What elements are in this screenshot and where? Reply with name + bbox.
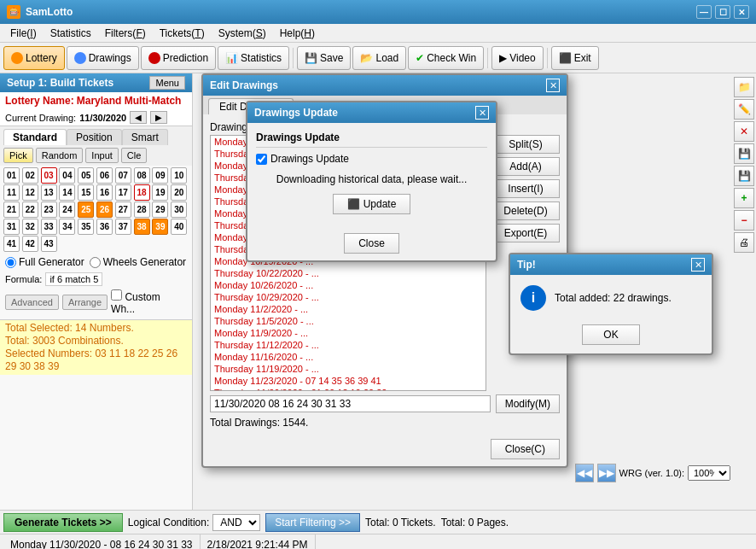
- close-c-button[interactable]: Close(C): [491, 439, 560, 459]
- number-btn-11[interactable]: 11: [3, 184, 20, 201]
- number-btn-41[interactable]: 41: [3, 236, 20, 252]
- drawing-item[interactable]: Monday 10/26/2020 - ...: [211, 279, 486, 291]
- minus-icon-button[interactable]: −: [734, 210, 754, 231]
- modify-button[interactable]: Modify(M): [496, 394, 560, 413]
- add-drawing-button[interactable]: Add(A): [491, 157, 560, 176]
- menu-system[interactable]: System(S): [212, 26, 273, 41]
- arrange-button[interactable]: Arrange: [62, 295, 108, 310]
- update-close-button[interactable]: Close: [344, 233, 399, 254]
- delete-icon-button[interactable]: ✕: [734, 121, 754, 142]
- random-button[interactable]: Random: [36, 148, 84, 163]
- ok-button[interactable]: OK: [582, 324, 639, 345]
- number-btn-30[interactable]: 30: [171, 201, 187, 218]
- tab-standard[interactable]: Standard: [3, 129, 67, 145]
- load-button[interactable]: 📂 Load: [352, 46, 406, 70]
- number-btn-19[interactable]: 19: [152, 184, 168, 201]
- drawing-item[interactable]: Thursday 10/29/2020 - ...: [211, 291, 486, 303]
- drawing-item[interactable]: Monday 11/23/2020 - 07 14 35 36 39 41: [211, 375, 486, 387]
- dialog-update-close-button[interactable]: ✕: [475, 106, 489, 120]
- number-btn-26[interactable]: 26: [96, 201, 113, 218]
- drawing-item[interactable]: Monday 11/16/2020 - ...: [211, 351, 486, 363]
- tip-close-button[interactable]: ✕: [691, 258, 705, 272]
- update-button[interactable]: ⬛ Update: [333, 194, 411, 214]
- pick-button[interactable]: Pick: [3, 148, 33, 163]
- exit-button[interactable]: ⬛ Exit: [551, 46, 599, 70]
- setup-menu-button[interactable]: Menu: [149, 76, 185, 90]
- maximize-button[interactable]: ☐: [715, 5, 730, 19]
- advanced-button[interactable]: Advanced: [5, 295, 59, 310]
- number-btn-09[interactable]: 09: [152, 167, 168, 184]
- number-btn-14[interactable]: 14: [59, 184, 75, 201]
- number-btn-10[interactable]: 10: [171, 167, 187, 184]
- export-drawing-button[interactable]: Export(E): [491, 224, 560, 242]
- number-btn-43[interactable]: 43: [41, 236, 57, 252]
- tab-position[interactable]: Position: [67, 129, 122, 145]
- wheels-generator-radio-label[interactable]: Wheels Generator: [90, 256, 186, 268]
- menu-statistics[interactable]: Statistics: [44, 26, 98, 41]
- close-window-button[interactable]: ✕: [734, 5, 749, 19]
- number-btn-20[interactable]: 20: [171, 184, 187, 201]
- folder-icon-button[interactable]: 📁: [734, 77, 754, 97]
- number-btn-03[interactable]: 03: [41, 167, 57, 184]
- number-btn-07[interactable]: 07: [115, 167, 131, 184]
- save2-icon-button[interactable]: 💾: [734, 166, 754, 186]
- clear-button[interactable]: Cle: [121, 148, 148, 163]
- zoom-select[interactable]: 100% 75% 150%: [688, 465, 730, 481]
- start-filtering-button[interactable]: Start Filtering >>: [265, 513, 360, 532]
- drawing-next-button[interactable]: ▶: [150, 111, 167, 124]
- menu-tickets[interactable]: Tickets(T): [153, 26, 212, 41]
- insert-drawing-button[interactable]: Insert(I): [491, 179, 560, 198]
- number-btn-24[interactable]: 24: [59, 201, 75, 218]
- number-btn-28[interactable]: 28: [134, 201, 150, 218]
- delete-drawing-button[interactable]: Delete(D): [491, 201, 560, 220]
- add-icon-button[interactable]: +: [734, 188, 754, 208]
- number-btn-17[interactable]: 17: [115, 184, 131, 201]
- number-btn-37[interactable]: 37: [115, 219, 131, 235]
- checkwin-button[interactable]: ✔ Check Win: [408, 46, 484, 70]
- save-icon-button[interactable]: 💾: [734, 143, 754, 164]
- logical-condition-select[interactable]: AND OR: [212, 514, 260, 531]
- drawing-item[interactable]: Thursday 11/12/2020 - ...: [211, 339, 486, 351]
- number-btn-08[interactable]: 08: [134, 167, 150, 184]
- number-btn-18[interactable]: 18: [134, 184, 150, 201]
- drawing-item[interactable]: Thursday 11/19/2020 - ...: [211, 363, 486, 375]
- tab-smart[interactable]: Smart: [122, 129, 168, 145]
- nav-prev-button[interactable]: ◀◀: [575, 464, 594, 482]
- number-btn-21[interactable]: 21: [3, 201, 20, 218]
- menu-filters[interactable]: Filters(F): [98, 26, 153, 41]
- save-button[interactable]: 💾 Save: [297, 46, 351, 70]
- drawing-item[interactable]: Monday 11/9/2020 - ...: [211, 327, 486, 339]
- number-btn-35[interactable]: 35: [78, 219, 94, 235]
- number-btn-36[interactable]: 36: [96, 219, 113, 235]
- full-generator-radio[interactable]: [5, 257, 16, 268]
- number-btn-33[interactable]: 33: [41, 219, 57, 235]
- number-btn-27[interactable]: 27: [115, 201, 131, 218]
- video-button[interactable]: ▶ Video: [491, 46, 543, 70]
- drawings-button[interactable]: Drawings: [67, 46, 139, 70]
- number-btn-32[interactable]: 32: [22, 219, 38, 235]
- number-btn-13[interactable]: 13: [41, 184, 57, 201]
- edit-icon-button[interactable]: ✏️: [734, 99, 754, 120]
- number-btn-04[interactable]: 04: [59, 167, 75, 184]
- custom-wh-checkbox[interactable]: [111, 289, 122, 301]
- wheels-generator-radio[interactable]: [90, 257, 101, 268]
- drawing-item[interactable]: Thursday 11/5/2020 - ...: [211, 315, 486, 327]
- dialog-edit-drawings-close-button[interactable]: ✕: [546, 79, 560, 92]
- number-btn-01[interactable]: 01: [3, 167, 20, 184]
- input-button[interactable]: Input: [85, 148, 118, 163]
- number-btn-15[interactable]: 15: [78, 184, 94, 201]
- generate-tickets-button[interactable]: Generate Tickets >>: [3, 513, 123, 532]
- number-btn-31[interactable]: 31: [3, 219, 20, 235]
- drawing-prev-button[interactable]: ◀: [130, 111, 147, 124]
- drawing-item[interactable]: Thursday 11/26/2020 - 01 09 13 19 20 32: [211, 387, 486, 391]
- number-btn-34[interactable]: 34: [59, 219, 75, 235]
- number-btn-42[interactable]: 42: [22, 236, 38, 252]
- lottery-button[interactable]: Lottery: [3, 46, 65, 70]
- number-btn-40[interactable]: 40: [171, 219, 187, 235]
- number-btn-02[interactable]: 02: [22, 167, 38, 184]
- number-btn-06[interactable]: 06: [96, 167, 113, 184]
- full-generator-radio-label[interactable]: Full Generator: [5, 256, 84, 268]
- split-button[interactable]: Split(S): [491, 135, 560, 154]
- number-btn-16[interactable]: 16: [96, 184, 113, 201]
- number-btn-39[interactable]: 39: [152, 219, 168, 235]
